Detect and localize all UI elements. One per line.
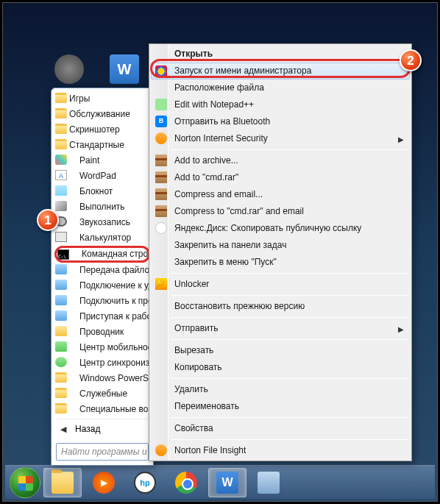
unlocker-icon [155,278,167,290]
taskbar-chrome[interactable] [167,468,205,497]
taskbar-explorer[interactable] [43,468,82,497]
ctx-send-to[interactable]: Отправить▶ [151,320,410,337]
ctx-add-cmdrar[interactable]: Add to "cmd.rar" [151,169,410,186]
ctx-run-as-admin[interactable]: Запуск от имени администратора [151,63,410,79]
start-menu: Игры Обслуживание Скриншотер Стандартные… [51,88,154,466]
menu-label: Скриншотер [69,124,120,135]
ctx-label: Закрепить в меню "Пуск" [174,257,277,267]
taskbar-word[interactable] [208,468,246,497]
menu-label: WordPad [79,171,116,181]
ctx-unlocker[interactable]: Unlocker [151,276,410,293]
menu-label: Игры [69,93,90,104]
menu-label: Windows PowerShell [79,373,150,383]
separator [171,317,408,318]
separator [171,378,408,379]
menu-item-calc[interactable]: Калькулятор [54,230,150,246]
calc-icon [55,232,67,242]
rar-icon [155,188,167,200]
ctx-label: Копировать [174,362,222,372]
menu-item-projector[interactable]: Подключить к проектору [54,294,150,309]
menu-item-maintenance[interactable]: Обслуживание [54,107,150,122]
menu-label: Командная строка [82,249,150,259]
ctx-label: Compress to "cmd.rar" and email [174,206,304,216]
menu-item-games[interactable]: Игры [54,91,150,107]
menu-item-rdp[interactable]: Подключение к удаленному [54,278,150,294]
ctx-norton-insight[interactable]: Norton File Insight [151,442,410,459]
ctx-properties[interactable]: Свойства [151,420,410,437]
menu-item-system[interactable]: Служебные [54,386,150,402]
menu-item-mobility[interactable]: Центр мобильности [54,340,150,355]
desktop-steam-icon[interactable] [54,54,84,84]
ctx-pin-taskbar[interactable]: Закрепить на панели задач [151,237,410,254]
separator [171,339,408,340]
ctx-compress-email[interactable]: Compress and email... [151,186,410,203]
ctx-restore-version[interactable]: Восстановить прежнюю версию [151,298,410,315]
ctx-yandex-disk[interactable]: Яндекс.Диск: Скопировать публичную ссылк… [151,220,410,237]
share-icon [55,264,67,274]
yandex-disk-icon [155,222,167,234]
menu-item-run[interactable]: Выполнить [54,199,150,215]
ctx-delete[interactable]: Удалить [151,381,410,398]
menu-label: Подключить к проектору [79,296,150,306]
menu-label: Звукозапись [79,217,130,227]
ctx-cut[interactable]: Вырезать [151,342,410,359]
folder-icon [55,403,67,414]
menu-item-explorer[interactable]: Проводник [54,324,150,340]
ctx-add-archive[interactable]: Add to archive... [151,152,410,169]
menu-item-screenshoter[interactable]: Скриншотер [54,122,150,138]
ctx-compress-cmdrar-email[interactable]: Compress to "cmd.rar" and email [151,203,410,220]
ctx-label: Edit with Notepad++ [174,99,254,110]
context-menu: Открыть Запуск от имени администратора Р… [149,43,412,461]
ctx-rename[interactable]: Переименовать [151,398,410,415]
sync-icon [55,357,67,367]
folder-icon [55,388,67,398]
folder-icon [55,93,67,103]
callout-1: 1 [37,209,59,231]
ctx-pin-start[interactable]: Закрепить в меню "Пуск" [151,254,410,271]
menu-item-soundrec[interactable]: Звукозапись [54,215,150,230]
ctx-file-location[interactable]: Расположение файла [151,79,410,96]
separator [171,295,408,296]
start-button[interactable] [10,467,40,498]
menu-item-filetransfer[interactable]: Передача файлов [54,263,150,278]
ctx-norton-is[interactable]: Norton Internet Security▶ [151,130,410,147]
menu-item-wordpad[interactable]: WordPad [54,168,150,184]
menu-item-accessibility[interactable]: Специальные возможности [54,402,150,417]
ctx-label: Add to archive... [174,155,238,166]
ctx-bluetooth[interactable]: Отправить на Bluetooth [151,113,410,130]
desktop-word-icon[interactable] [110,54,139,84]
ctx-notepadpp[interactable]: Edit with Notepad++ [151,96,410,113]
menu-label: Специальные возможности [79,404,150,414]
ctx-open[interactable]: Открыть [151,46,410,63]
hp-icon [134,472,156,494]
search-input[interactable]: Найти программы и файлы [56,443,149,461]
callout-label: 1 [44,213,51,227]
ctx-label: Norton File Insight [174,445,246,455]
menu-label: Центр синхронизации [79,358,150,368]
mobility-icon [55,341,67,352]
folder-icon [55,139,67,149]
rdp-icon [55,280,67,290]
menu-label: Обслуживание [69,109,130,119]
ctx-label: Запуск от имени администратора [174,65,311,76]
ctx-label: Свойства [174,423,213,433]
menu-item-paint[interactable]: Paint [54,153,150,168]
ctx-label: Расположение файла [174,82,264,93]
menu-item-cmd[interactable]: Командная строка [54,246,150,263]
ctx-copy[interactable]: Копировать [151,359,410,376]
getting-started-icon [55,310,67,321]
ctx-label: Переименовать [174,401,239,411]
menu-item-accessories[interactable]: Стандартные [54,138,150,153]
taskbar-hp[interactable] [126,468,164,497]
taskbar-wmp[interactable] [85,468,123,497]
back-label: Назад [75,424,100,434]
menu-item-powershell[interactable]: Windows PowerShell [54,371,150,386]
taskbar-scanner[interactable] [249,468,288,497]
menu-label: Приступая к работе [79,311,150,322]
menu-item-notepad[interactable]: Блокнот [54,184,150,199]
norton-icon [155,444,167,456]
back-button[interactable]: ◀ Назад [54,419,150,439]
menu-item-sync[interactable]: Центр синхронизации [54,355,150,371]
callout-2: 2 [400,49,422,71]
menu-item-getting-started[interactable]: Приступая к работе [54,309,150,324]
